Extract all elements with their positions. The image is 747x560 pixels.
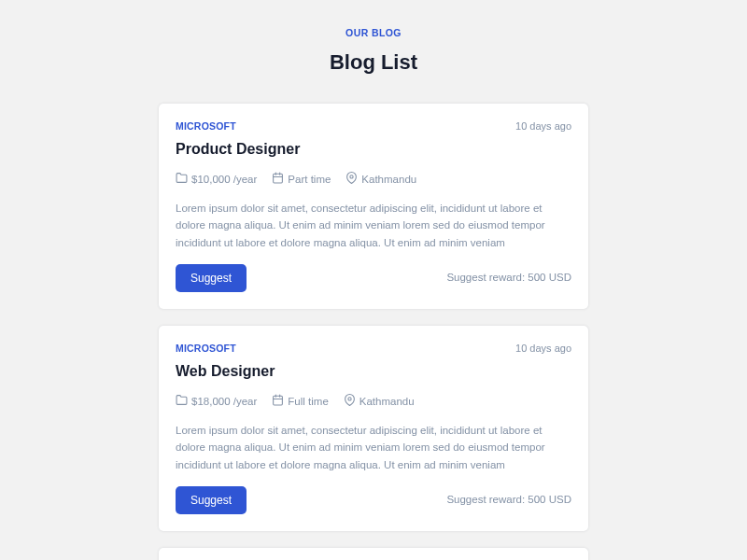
- folder-icon: [176, 394, 188, 411]
- job-title[interactable]: Web Designer: [176, 360, 571, 383]
- suggest-button[interactable]: Suggest: [176, 264, 247, 292]
- blog-card: MICROSOFT10 days agoUI/UX Designer$20,00…: [159, 548, 588, 560]
- section-subtitle: OUR BLOG: [159, 26, 588, 41]
- company-label: MICROSOFT: [176, 342, 236, 357]
- type-label: Full time: [288, 394, 328, 410]
- location-label: Kathmandu: [361, 172, 416, 188]
- calendar-icon: [272, 172, 284, 189]
- job-description: Lorem ipsum dolor sit amet, consectetur …: [176, 422, 571, 473]
- reward-label: Suggest reward: 500 USD: [446, 492, 571, 508]
- blog-card: MICROSOFT10 days agoProduct Designer$10,…: [159, 104, 588, 309]
- blog-card: MICROSOFT10 days agoWeb Designer$18,000 …: [159, 326, 588, 531]
- folder-icon: [176, 172, 188, 189]
- location-label: Kathmandu: [359, 394, 415, 410]
- svg-rect-5: [274, 396, 283, 405]
- map-pin-icon: [344, 394, 356, 411]
- timeago-label: 10 days ago: [515, 119, 571, 134]
- salary-label: $18,000 /year: [191, 394, 257, 410]
- salary-label: $10,000 /year: [191, 172, 257, 188]
- svg-rect-0: [274, 174, 283, 183]
- map-pin-icon: [345, 172, 358, 189]
- job-description: Lorem ipsum dolor sit amet, consectetur …: [176, 200, 571, 251]
- job-meta: $10,000 /yearPart timeKathmandu: [176, 172, 571, 189]
- timeago-label: 10 days ago: [515, 341, 571, 357]
- job-meta: $18,000 /yearFull timeKathmandu: [176, 394, 571, 411]
- job-title[interactable]: Product Designer: [176, 138, 571, 161]
- svg-point-9: [348, 397, 351, 399]
- company-label: MICROSOFT: [176, 119, 236, 134]
- reward-label: Suggest reward: 500 USD: [446, 270, 571, 286]
- type-label: Part time: [288, 172, 331, 188]
- suggest-button[interactable]: Suggest: [176, 486, 247, 514]
- calendar-icon: [272, 394, 284, 411]
- svg-point-4: [350, 175, 353, 177]
- page-title: Blog List: [159, 47, 588, 77]
